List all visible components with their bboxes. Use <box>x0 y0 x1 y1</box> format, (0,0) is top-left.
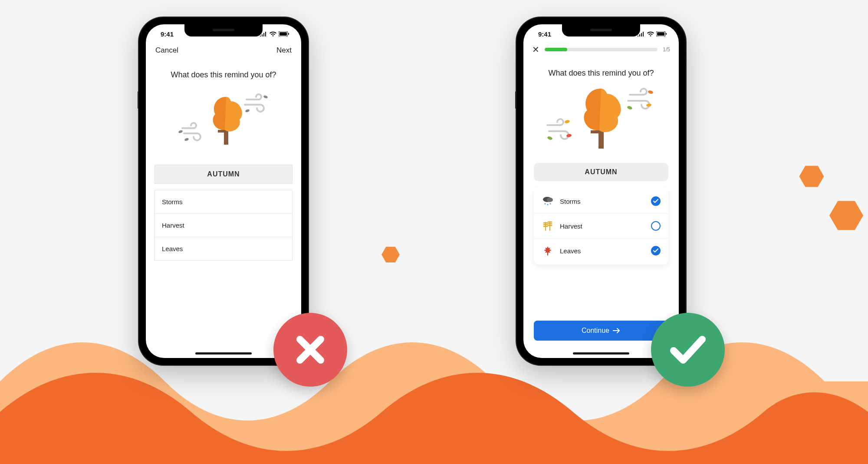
good-marker-icon <box>651 313 725 387</box>
svg-point-25 <box>547 204 549 205</box>
wheat-icon <box>542 220 554 232</box>
hex-deco <box>829 201 863 230</box>
maple-leaf-icon <box>542 245 554 257</box>
svg-point-4 <box>178 129 183 133</box>
svg-point-14 <box>547 136 553 141</box>
progress-label: 1/5 <box>663 46 670 53</box>
notch <box>562 24 640 36</box>
svg-rect-41 <box>547 253 548 255</box>
continue-button[interactable]: Continue <box>534 321 668 341</box>
storm-cloud-icon <box>542 195 554 207</box>
section-header: AUTUMN <box>155 165 293 184</box>
svg-point-24 <box>545 203 546 205</box>
svg-point-3 <box>184 137 189 141</box>
hex-deco <box>799 166 824 187</box>
svg-point-13 <box>564 119 570 124</box>
illustration <box>146 85 301 159</box>
next-button[interactable]: Next <box>276 46 292 55</box>
svg-rect-17 <box>591 130 599 133</box>
svg-rect-11 <box>657 32 664 36</box>
battery-icon <box>656 31 667 36</box>
option-label: Harvest <box>560 222 645 230</box>
illustration <box>523 83 679 157</box>
status-time: 9:41 <box>161 30 174 38</box>
option-label: Leaves <box>560 247 645 255</box>
svg-point-23 <box>547 198 553 202</box>
option-list: Storms Harvest Leaves <box>155 190 293 261</box>
option-list: Storms Harvest Leaves <box>534 187 668 265</box>
svg-point-28 <box>543 222 546 224</box>
svg-rect-34 <box>549 221 550 231</box>
option-label: Harvest <box>162 222 184 229</box>
continue-label: Continue <box>582 327 609 335</box>
wifi-icon <box>270 31 276 36</box>
svg-point-31 <box>546 224 548 225</box>
option-row[interactable]: Leaves <box>155 237 292 260</box>
bad-marker-icon <box>273 313 347 387</box>
prompt-text: What does this remind you of? <box>146 59 301 85</box>
svg-point-39 <box>548 225 550 226</box>
wifi-icon <box>647 31 654 36</box>
option-row[interactable]: Leaves <box>534 239 668 263</box>
svg-point-30 <box>543 224 546 225</box>
close-icon[interactable]: ✕ <box>532 45 539 54</box>
progress-track <box>545 48 658 51</box>
svg-point-38 <box>550 223 552 225</box>
radio-unchecked-icon[interactable] <box>651 221 661 231</box>
radio-checked-icon[interactable] <box>651 196 661 206</box>
option-label: Leaves <box>162 245 183 252</box>
option-row[interactable]: Storms <box>155 190 292 214</box>
svg-point-15 <box>566 134 572 138</box>
svg-point-32 <box>543 226 546 227</box>
prompt-text: What does this remind you of? <box>523 57 679 83</box>
battery-icon <box>279 31 289 36</box>
cancel-button[interactable]: Cancel <box>155 46 178 55</box>
good-example-phone: 9:41 ✕ 1/5 What does this remind you of? <box>516 17 686 365</box>
svg-rect-6 <box>218 130 225 133</box>
radio-checked-icon[interactable] <box>651 246 661 255</box>
svg-rect-1 <box>279 32 287 36</box>
option-row[interactable]: Harvest <box>534 214 668 239</box>
svg-point-37 <box>548 223 550 225</box>
svg-point-20 <box>646 103 651 107</box>
status-time: 9:41 <box>538 30 551 38</box>
svg-rect-12 <box>666 33 667 35</box>
svg-point-35 <box>548 222 550 223</box>
svg-point-8 <box>263 95 268 99</box>
option-row[interactable]: Harvest <box>155 214 292 237</box>
progress-fill <box>545 48 567 51</box>
svg-rect-2 <box>288 33 289 35</box>
option-row[interactable]: Storms <box>534 189 668 214</box>
svg-point-21 <box>627 106 633 110</box>
background-waves <box>0 282 868 464</box>
svg-point-33 <box>546 226 548 227</box>
section-header: AUTUMN <box>534 163 668 181</box>
progress-bar-row: ✕ 1/5 <box>523 43 679 57</box>
bad-example-phone: 9:41 Cancel Next What does this remind y… <box>139 17 308 365</box>
home-indicator <box>195 352 252 355</box>
notch <box>184 24 263 36</box>
svg-point-36 <box>550 222 552 223</box>
nav-bar: Cancel Next <box>146 43 301 59</box>
svg-point-40 <box>550 225 552 226</box>
svg-point-29 <box>546 222 548 224</box>
option-label: Storms <box>162 198 183 205</box>
home-indicator <box>573 352 629 355</box>
hex-deco <box>381 247 400 262</box>
svg-point-26 <box>550 203 551 205</box>
svg-point-9 <box>245 109 250 113</box>
option-label: Storms <box>560 198 645 205</box>
arrow-right-icon <box>613 328 621 333</box>
svg-point-19 <box>648 90 653 94</box>
